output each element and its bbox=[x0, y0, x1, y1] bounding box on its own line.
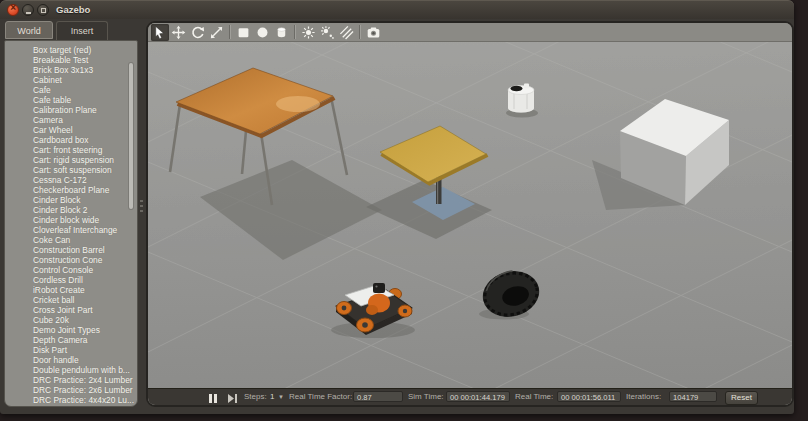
list-item[interactable]: Cart: soft suspension bbox=[5, 165, 137, 175]
rotate-arrows-icon bbox=[190, 25, 205, 40]
iterations-field[interactable]: 104179 bbox=[669, 391, 717, 402]
list-item[interactable]: Cube 20k bbox=[5, 315, 137, 325]
list-item[interactable]: Cloverleaf Interchange bbox=[5, 225, 137, 235]
steps-value[interactable]: 1 bbox=[270, 389, 274, 405]
list-item[interactable]: Cinder Block 2 bbox=[5, 205, 137, 215]
steps-label: Steps: bbox=[244, 389, 267, 405]
step-forward-icon bbox=[227, 394, 238, 403]
list-item[interactable]: Disk Part bbox=[5, 345, 137, 355]
list-item[interactable]: Brick Box 3x1x3 bbox=[5, 65, 137, 75]
list-item[interactable]: Cafe table bbox=[5, 95, 137, 105]
list-item[interactable]: Checkerboard Plane bbox=[5, 185, 137, 195]
spot-light-icon bbox=[320, 25, 335, 40]
scene-canvas bbox=[148, 42, 792, 391]
list-item[interactable]: Cricket ball bbox=[5, 295, 137, 305]
minimize-button[interactable] bbox=[22, 4, 34, 16]
table-shadow bbox=[200, 160, 382, 260]
translate-tool-button[interactable] bbox=[170, 24, 188, 41]
real-time-label: Real Time: bbox=[515, 389, 553, 405]
list-scrollbar[interactable] bbox=[129, 63, 133, 209]
husky-orange-pack bbox=[366, 305, 378, 315]
list-item[interactable]: Cardboard box bbox=[5, 135, 137, 145]
list-item[interactable]: DRC Practice: 4x4x40 L... bbox=[5, 405, 137, 407]
turtlebot[interactable] bbox=[506, 84, 538, 118]
list-item[interactable]: Calibration Plane bbox=[5, 105, 137, 115]
list-item[interactable]: DRC Practice: 2x4 Lumber bbox=[5, 375, 137, 385]
directional-light-button[interactable] bbox=[338, 24, 356, 41]
list-item[interactable]: Cart: front steering bbox=[5, 145, 137, 155]
point-light-button[interactable] bbox=[300, 24, 318, 41]
list-item[interactable]: Depth Camera bbox=[5, 335, 137, 345]
pause-button[interactable] bbox=[208, 393, 218, 401]
list-item[interactable]: Construction Barrel bbox=[5, 245, 137, 255]
list-item[interactable]: Coke Can bbox=[5, 235, 137, 245]
insert-sphere-button[interactable] bbox=[254, 24, 272, 41]
step-button[interactable] bbox=[227, 393, 238, 401]
list-item[interactable]: Double pendulum with b... bbox=[5, 365, 137, 375]
list-item[interactable]: Demo Joint Types bbox=[5, 325, 137, 335]
render-toolbar bbox=[148, 23, 792, 42]
insert-box-button[interactable] bbox=[235, 24, 253, 41]
scale-tool-button[interactable] bbox=[208, 24, 226, 41]
titlebar[interactable]: Gazebo bbox=[0, 0, 794, 19]
rtf-label: Real Time Factor: bbox=[289, 389, 352, 405]
list-item[interactable]: Cross Joint Part bbox=[5, 305, 137, 315]
list-item[interactable]: Cessna C-172 bbox=[5, 175, 137, 185]
list-item[interactable]: Cart: rigid suspension bbox=[5, 155, 137, 165]
list-item[interactable]: Cinder Block bbox=[5, 195, 137, 205]
rotate-tool-button[interactable] bbox=[189, 24, 207, 41]
select-tool-button[interactable] bbox=[151, 24, 169, 41]
spot-light-button[interactable] bbox=[319, 24, 337, 41]
cafe-table[interactable] bbox=[366, 126, 492, 239]
simulation-statusbar: Steps: 1 ▼ Real Time Factor: 0.87 Sim Ti… bbox=[148, 388, 792, 405]
camera-icon bbox=[366, 25, 381, 40]
table-highlight bbox=[276, 96, 320, 112]
wheel-hub bbox=[403, 309, 407, 313]
insert-cylinder-button[interactable] bbox=[273, 24, 291, 41]
husky-head bbox=[373, 283, 385, 293]
list-item[interactable]: DRC Practice: 2x6 Lumber bbox=[5, 385, 137, 395]
viewport-frame: Steps: 1 ▼ Real Time Factor: 0.87 Sim Ti… bbox=[146, 21, 794, 407]
window-title: Gazebo bbox=[56, 4, 90, 15]
tab-insert[interactable]: Insert bbox=[56, 21, 108, 40]
panel-splitter[interactable] bbox=[140, 200, 143, 214]
white-cube[interactable] bbox=[592, 99, 729, 210]
sphere-shape-icon bbox=[255, 25, 270, 40]
sim-time-field[interactable]: 00 00:01:44.179 bbox=[446, 391, 510, 402]
directional-light-icon bbox=[339, 25, 354, 40]
list-item[interactable]: Camera bbox=[5, 115, 137, 125]
car-wheel[interactable] bbox=[478, 265, 544, 322]
rtf-field[interactable]: 0.87 bbox=[353, 391, 403, 402]
list-item[interactable]: Cordless Drill bbox=[5, 275, 137, 285]
tab-world[interactable]: World bbox=[5, 21, 53, 39]
maximize-button[interactable] bbox=[37, 4, 49, 16]
list-item[interactable]: Car Wheel bbox=[5, 125, 137, 135]
list-item[interactable]: Door handle bbox=[5, 355, 137, 365]
list-item[interactable]: Breakable Test bbox=[5, 55, 137, 65]
cylinder-shape-icon bbox=[274, 25, 289, 40]
insert-panel: Box target (red)Breakable TestBrick Box … bbox=[4, 40, 138, 407]
iterations-label: Iterations: bbox=[626, 389, 661, 405]
list-item[interactable]: Box target (red) bbox=[5, 45, 137, 55]
screenshot-button[interactable] bbox=[365, 24, 383, 41]
render-viewport[interactable] bbox=[148, 42, 792, 391]
wooden-table[interactable] bbox=[170, 68, 382, 260]
real-time-field[interactable]: 00 00:01:56.011 bbox=[557, 391, 621, 402]
list-item[interactable]: Control Console bbox=[5, 265, 137, 275]
list-item[interactable]: Cabinet bbox=[5, 75, 137, 85]
husky-robot[interactable] bbox=[331, 283, 415, 338]
list-item[interactable]: iRobot Create bbox=[5, 285, 137, 295]
reset-button[interactable]: Reset bbox=[725, 391, 758, 405]
cursor-arrow-icon bbox=[152, 25, 167, 40]
toolbar-separator bbox=[359, 25, 361, 39]
toolbar-separator bbox=[294, 25, 296, 39]
steps-dropdown-caret[interactable]: ▼ bbox=[278, 389, 284, 405]
list-item[interactable]: DRC Practice: 4x4x20 Lu... bbox=[5, 395, 137, 405]
insert-model-list: Box target (red)Breakable TestBrick Box … bbox=[5, 45, 137, 407]
list-item[interactable]: Cafe bbox=[5, 85, 137, 95]
list-item[interactable]: Construction Cone bbox=[5, 255, 137, 265]
scale-arrows-icon bbox=[209, 25, 224, 40]
close-button[interactable] bbox=[7, 4, 19, 16]
list-item[interactable]: Cinder block wide bbox=[5, 215, 137, 225]
turtlebot-camera bbox=[524, 84, 529, 89]
